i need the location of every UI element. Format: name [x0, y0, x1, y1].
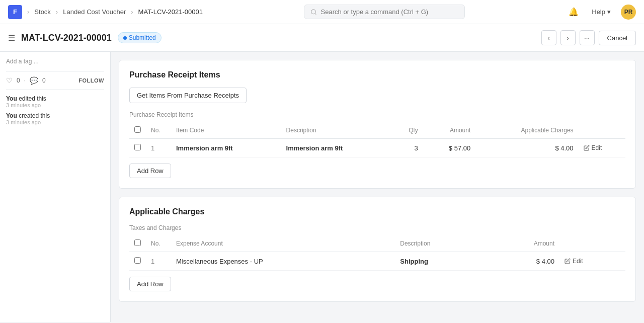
breadcrumb-sep-2: ›: [56, 8, 58, 16]
comments-count: 0: [42, 77, 46, 84]
page-header-left: ☰ MAT-LCV-2021-00001 Submitted: [8, 32, 162, 43]
row-pr-no: 1: [146, 139, 171, 157]
ac-col-amount: Amount: [488, 235, 559, 252]
search-input[interactable]: [321, 8, 458, 16]
help-button[interactable]: Help ▾: [588, 6, 615, 18]
row-pr-qty: 3: [391, 139, 423, 157]
row-ac-edit-button[interactable]: Edit: [565, 258, 583, 265]
purchase-receipt-items-table: No. Item Code Description Qty Amount App…: [129, 122, 625, 157]
activity-text-1: You edited this: [6, 95, 104, 102]
row-pr-applicable-charges: $ 4.00: [475, 139, 578, 157]
svg-line-1: [315, 13, 316, 14]
col-amount: Amount: [423, 122, 475, 139]
row-pr-edit-button[interactable]: Edit: [584, 144, 602, 151]
search-bar[interactable]: [304, 5, 465, 19]
ac-col-description: Description: [395, 235, 488, 252]
activity-text-2: You created this: [6, 112, 104, 119]
hamburger-icon[interactable]: ☰: [8, 33, 15, 43]
sidebar-divider-2: [6, 90, 104, 90]
breadcrumb-sep-3: ›: [131, 8, 133, 16]
like-button[interactable]: ♡: [6, 76, 13, 85]
main-layout: Add a tag ... ♡ 0 · 💬 0 FOLLOW You edite…: [0, 52, 644, 322]
select-all-ac-checkbox[interactable]: [134, 239, 141, 246]
breadcrumb-current: MAT-LCV-2021-00001: [138, 8, 203, 16]
add-row-ac-button[interactable]: Add Row: [129, 277, 171, 291]
ac-col-no: No.: [146, 235, 171, 252]
row-ac-expense-account: Miscellaneous Expenses - UP: [171, 252, 395, 271]
col-description: Description: [281, 122, 391, 139]
activity-item-1: You edited this 3 minutes ago: [6, 95, 104, 108]
navbar-center: [203, 5, 566, 19]
ac-col-expense-account: Expense Account: [171, 235, 395, 252]
svg-point-0: [311, 10, 315, 14]
follow-button[interactable]: FOLLOW: [78, 77, 104, 84]
row-ac-amount: $ 4.00: [488, 252, 559, 271]
select-all-pr-checkbox[interactable]: [134, 126, 141, 133]
status-dot: [123, 36, 127, 40]
col-no: No.: [146, 122, 171, 139]
table-row: 1 Immersion arm 9ft Immersion arm 9ft 3 …: [129, 139, 625, 157]
col-item-code: Item Code: [171, 122, 281, 139]
activity-time-2: 3 minutes ago: [6, 119, 104, 125]
row-pr-amount: $ 57.00: [423, 139, 475, 157]
sidebar-divider-1: [6, 71, 104, 71]
edit-icon: [565, 258, 571, 264]
notifications-button[interactable]: 🔔: [566, 4, 582, 20]
applicable-charges-card: Applicable Charges Taxes and Charges No.…: [119, 197, 636, 302]
row-ac-description: Shipping: [395, 252, 488, 271]
col-qty: Qty: [391, 122, 423, 139]
table-row: 1 Miscellaneous Expenses - UP Shipping $…: [129, 252, 625, 271]
comment-button[interactable]: 💬: [30, 76, 38, 85]
get-items-button[interactable]: Get Items From Purchase Receipts: [129, 88, 247, 103]
breadcrumb-sep-1: ›: [27, 8, 29, 16]
status-label: Submitted: [129, 34, 156, 41]
prev-record-button[interactable]: ‹: [541, 30, 556, 45]
avatar[interactable]: PR: [621, 5, 636, 20]
navbar-right: 🔔 Help ▾ PR: [566, 4, 636, 20]
cancel-button[interactable]: Cancel: [599, 31, 636, 45]
next-record-button[interactable]: ›: [560, 30, 576, 45]
likes-count: 0: [17, 77, 20, 84]
breadcrumb-stock[interactable]: Stock: [34, 8, 51, 16]
status-badge: Submitted: [118, 32, 162, 43]
navbar: F › Stock › Landed Cost Voucher › MAT-LC…: [0, 0, 644, 24]
purchase-receipt-items-title: Purchase Receipt Items: [129, 70, 625, 79]
page-header-right: ‹ › ··· Cancel: [541, 30, 636, 45]
search-icon: [310, 9, 317, 16]
row-pr-item-code: Immersion arm 9ft: [171, 139, 281, 157]
app-icon[interactable]: F: [8, 5, 22, 19]
applicable-charges-title: Applicable Charges: [129, 207, 625, 216]
row-pr-description: Immersion arm 9ft: [281, 139, 391, 157]
col-applicable-charges: Applicable Charges: [475, 122, 578, 139]
activity-item-2: You created this 3 minutes ago: [6, 112, 104, 125]
navbar-left: F › Stock › Landed Cost Voucher › MAT-LC…: [8, 5, 203, 19]
row-ac-no: 1: [146, 252, 171, 271]
content-area: Purchase Receipt Items Get Items From Pu…: [111, 52, 644, 322]
breadcrumb-lcv[interactable]: Landed Cost Voucher: [63, 8, 126, 16]
add-row-pr-button[interactable]: Add Row: [129, 164, 171, 178]
purchase-receipt-items-table-label: Purchase Receipt Items: [129, 111, 625, 118]
activity-time-1: 3 minutes ago: [6, 102, 104, 108]
reaction-row: ♡ 0 · 💬 0 FOLLOW: [6, 76, 104, 85]
more-options-button[interactable]: ···: [580, 30, 595, 45]
page-header: ☰ MAT-LCV-2021-00001 Submitted ‹ › ··· C…: [0, 24, 644, 52]
add-tag[interactable]: Add a tag ...: [6, 58, 104, 65]
applicable-charges-table: No. Expense Account Description Amount 1…: [129, 235, 625, 271]
page-title: MAT-LCV-2021-00001: [21, 33, 112, 43]
purchase-receipt-items-card: Purchase Receipt Items Get Items From Pu…: [119, 60, 636, 189]
row-ac-checkbox[interactable]: [134, 257, 141, 264]
applicable-charges-table-label: Taxes and Charges: [129, 224, 625, 231]
row-pr-checkbox[interactable]: [134, 144, 141, 150]
edit-icon: [584, 145, 590, 151]
sidebar: Add a tag ... ♡ 0 · 💬 0 FOLLOW You edite…: [0, 52, 111, 322]
